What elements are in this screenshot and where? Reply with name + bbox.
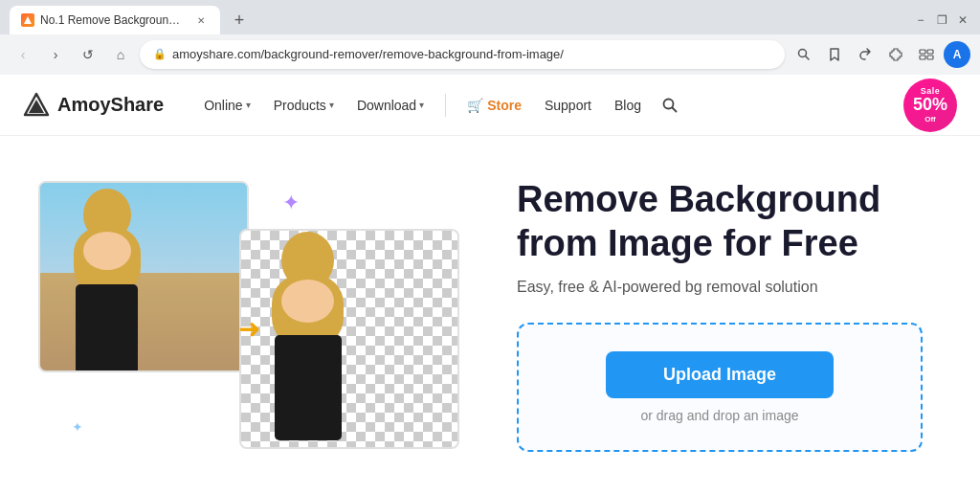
arrow-icon: ➜ — [238, 313, 260, 345]
chevron-down-icon: ▾ — [246, 100, 251, 110]
nav-item-download[interactable]: Download ▾ — [347, 92, 434, 119]
new-tab-button[interactable]: + — [226, 7, 253, 34]
title-bar: No.1 Remove Background from ✕ + − ❐ ✕ — [0, 0, 980, 34]
share-icon-btn[interactable] — [852, 41, 879, 68]
nav-links: Online ▾ Products ▾ Download ▾ 🛒 Store S… — [194, 90, 896, 121]
refresh-button[interactable]: ↺ — [75, 41, 101, 68]
site-nav: AmoyShare Online ▾ Products ▾ Download ▾… — [0, 75, 980, 136]
tab-title: No.1 Remove Background from — [40, 13, 184, 27]
chevron-down-icon: ▾ — [419, 100, 424, 110]
tab-close-button[interactable]: ✕ — [193, 12, 209, 28]
nav-item-products[interactable]: Products ▾ — [264, 92, 344, 119]
svg-line-1 — [806, 56, 810, 59]
window-controls: − ❐ ✕ — [913, 12, 970, 28]
before-image — [38, 181, 249, 372]
profile-icon-btn[interactable] — [913, 41, 940, 68]
address-input[interactable]: 🔒 amoyshare.com/background-remover/remov… — [140, 40, 785, 69]
logo-icon — [23, 92, 50, 119]
upload-zone[interactable]: Upload Image or drag and drop an image — [517, 323, 923, 452]
search-icon-btn[interactable] — [791, 41, 817, 68]
profile-avatar-button[interactable]: A — [944, 41, 970, 68]
logo-text: AmoyShare — [57, 94, 164, 116]
bookmark-icon-btn[interactable] — [821, 41, 848, 68]
sale-off: Off — [924, 115, 936, 124]
sale-badge[interactable]: Sale 50% Off — [903, 79, 957, 132]
lock-icon: 🔒 — [153, 48, 167, 60]
svg-rect-4 — [920, 56, 925, 59]
back-button[interactable]: ‹ — [10, 41, 36, 68]
chevron-down-icon: ▾ — [329, 100, 334, 110]
svg-line-9 — [673, 107, 677, 111]
hero-section: ✦ ✦ ➜ — [0, 136, 980, 494]
tab-bar: No.1 Remove Background from ✕ + — [10, 6, 253, 34]
minimize-button[interactable]: − — [913, 12, 928, 28]
extensions-icon-btn[interactable] — [882, 41, 909, 68]
svg-rect-3 — [927, 50, 933, 54]
sparkle-purple-icon: ✦ — [282, 191, 300, 215]
url-text: amoyshare.com/background-remover/remove-… — [172, 47, 564, 61]
nav-item-blog[interactable]: Blog — [605, 92, 651, 119]
home-button[interactable]: ⌂ — [107, 41, 134, 68]
hero-title: Remove Background from Image for Free — [517, 178, 923, 265]
close-button[interactable]: ✕ — [955, 12, 970, 28]
website-content: AmoyShare Online ▾ Products ▾ Download ▾… — [0, 75, 980, 494]
hero-content: Remove Background from Image for Free Ea… — [517, 178, 923, 452]
drag-drop-text: or drag and drop an image — [641, 408, 799, 423]
nav-item-support[interactable]: Support — [535, 92, 601, 119]
after-image — [239, 229, 459, 449]
nav-item-online[interactable]: Online ▾ — [194, 92, 259, 119]
svg-rect-2 — [920, 50, 925, 54]
nav-item-store[interactable]: 🛒 Store — [457, 92, 531, 119]
browser-chrome: No.1 Remove Background from ✕ + − ❐ ✕ ‹ … — [0, 0, 980, 75]
address-actions: A — [791, 41, 970, 68]
hero-image-area: ✦ ✦ ➜ — [38, 181, 459, 449]
tab-favicon — [21, 13, 34, 27]
browser-tab-active[interactable]: No.1 Remove Background from ✕ — [10, 6, 220, 34]
address-bar-row: ‹ › ↺ ⌂ 🔒 amoyshare.com/background-remov… — [0, 34, 980, 75]
sparkle-blue-icon: ✦ — [72, 419, 83, 435]
nav-divider — [445, 94, 446, 117]
cart-icon: 🛒 — [467, 98, 483, 113]
sale-percent: 50% — [913, 96, 947, 115]
svg-rect-5 — [927, 56, 933, 59]
maximize-button[interactable]: ❐ — [934, 12, 949, 28]
search-button[interactable] — [655, 90, 685, 121]
logo[interactable]: AmoyShare — [23, 92, 164, 119]
upload-image-button[interactable]: Upload Image — [606, 351, 834, 398]
forward-button[interactable]: › — [42, 41, 69, 68]
hero-subtitle: Easy, free & AI-powered bg removal solut… — [517, 279, 923, 296]
